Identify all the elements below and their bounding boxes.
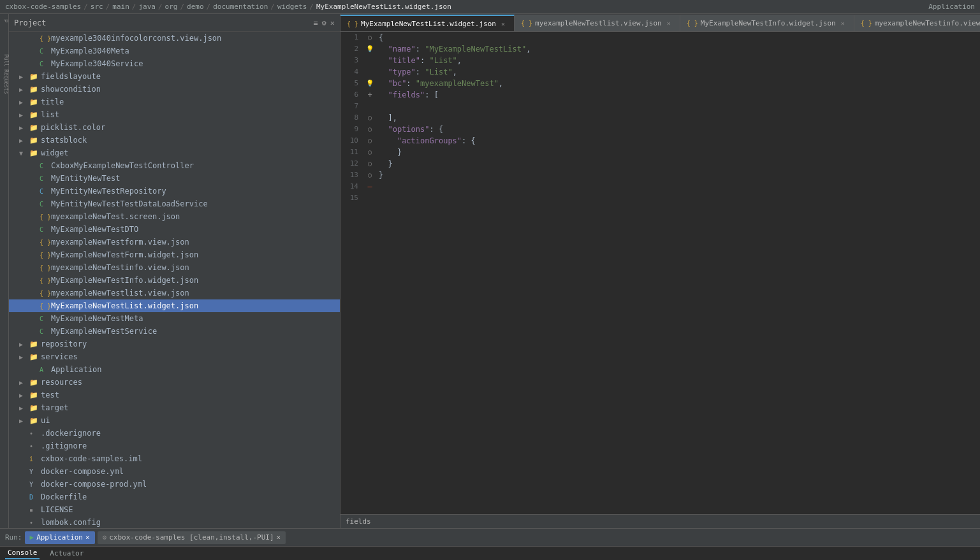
project-tab[interactable]: P xyxy=(0,17,9,25)
tree-label-myexample3040info: myexample3040infocolorconst.view.json xyxy=(51,34,221,43)
tree-item-MyExampleNewTestMeta[interactable]: CMyExampleNewTestMeta xyxy=(9,312,340,325)
breadcrumb-item-3[interactable]: main xyxy=(112,3,129,11)
tree-label-myexampleNewTestinfo_view: myexampleNewTestinfo.view.json xyxy=(51,263,189,272)
tab-close-tab2[interactable]: ✕ xyxy=(664,19,673,28)
line-gutter-1[interactable]: ○ xyxy=(363,32,376,43)
tree-item-myexampleNewTestinfo_view[interactable]: { }myexampleNewTestinfo.view.json xyxy=(9,261,340,274)
tree-item-MyExampleNewTestForm_widget[interactable]: { }MyExampleNewTestForm.widget.json xyxy=(9,248,340,261)
line-content-5[interactable]: "bc": "myexampleNewTest", xyxy=(376,78,980,89)
tree-item-docker_compose_prod[interactable]: Ydocker-compose-prod.yml xyxy=(9,478,340,491)
line-content-2[interactable]: "name": "MyExampleNewTestList", xyxy=(376,43,980,55)
line-gutter-8[interactable]: ○ xyxy=(363,112,376,124)
tab-tab2[interactable]: { }myexampleNewTestlist.view.json✕ xyxy=(515,15,680,31)
tree-icon-ui: 📁 xyxy=(29,416,40,425)
tree-item-showcondition[interactable]: ▶📁showcondition xyxy=(9,83,340,96)
tree-item-LICENSE[interactable]: ▪LICENSE xyxy=(9,503,340,516)
tree-item-MyExampleNewTestList_widget[interactable]: { }MyExampleNewTestList.widget.json xyxy=(9,299,340,312)
actuator-tab[interactable]: Actuator xyxy=(47,548,86,559)
tree-item-MyEntityNewTestRepository[interactable]: CMyEntityNewTestRepository xyxy=(9,185,340,197)
tree-item-myexample3040info[interactable]: { }myexample3040infocolorconst.view.json xyxy=(9,32,340,45)
file-tree: { }myexample3040infocolorconst.view.json… xyxy=(9,32,340,528)
line-content-12[interactable]: } xyxy=(376,158,980,169)
run-build-tab[interactable]: ⚙ cxbox-code-samples [clean,install,-PUI… xyxy=(98,531,286,544)
tree-item-cxbox_iml[interactable]: icxbox-code-samples.iml xyxy=(9,452,340,465)
close-icon[interactable]: ✕ xyxy=(330,18,335,27)
tree-item-picklist_color[interactable]: ▶📁picklist.color xyxy=(9,121,340,134)
tree-item-statsblock[interactable]: ▶📁statsblock xyxy=(9,134,340,147)
console-tab[interactable]: Console xyxy=(5,547,40,559)
breadcrumb-item-7[interactable]: documentation xyxy=(213,3,268,11)
tree-item-myexampleNewTest_screen[interactable]: { }myexampleNewTest.screen.json xyxy=(9,210,340,223)
collapse-all-icon[interactable]: ≡ xyxy=(313,18,318,27)
breadcrumb-item-1[interactable]: cxbox-code-samples xyxy=(5,3,81,11)
line-content-1[interactable]: { xyxy=(376,32,980,43)
line-content-6[interactable]: "fields": [ xyxy=(376,89,980,101)
line-content-3[interactable]: "title": "List", xyxy=(376,55,980,66)
line-number-11: 11 xyxy=(340,147,363,158)
tree-item-title[interactable]: ▶📁title xyxy=(9,96,340,108)
tree-item-resources[interactable]: ▶📁resources xyxy=(9,376,340,389)
tree-item-MyExampleNewTestInfo_widget[interactable]: { }MyExampleNewTestInfo.widget.json xyxy=(9,274,340,287)
settings-icon[interactable]: ⚙ xyxy=(322,18,326,27)
tree-item-Dockerfile[interactable]: DDockerfile xyxy=(9,491,340,503)
tree-label-test: test xyxy=(41,391,59,399)
line-gutter-9[interactable]: ○ xyxy=(363,124,376,135)
tree-item-CxboxMyExampleNewTestController[interactable]: CCxboxMyExampleNewTestController xyxy=(9,159,340,172)
sidebar-header-icons: ≡ ⚙ ✕ xyxy=(313,18,335,27)
tab-tab3[interactable]: { }MyExampleNewTestInfo.widget.json✕ xyxy=(680,15,854,31)
tree-item-docker_compose[interactable]: Ydocker-compose.yml xyxy=(9,465,340,478)
tab-close-tab3[interactable]: ✕ xyxy=(838,19,847,28)
run-build-close[interactable]: × xyxy=(277,533,281,542)
line-gutter-5[interactable]: 💡 xyxy=(363,78,376,89)
breadcrumb-item-2[interactable]: src xyxy=(91,3,103,11)
line-content-4[interactable]: "type": "List", xyxy=(376,66,980,78)
run-app-tab[interactable]: ▶ Application × xyxy=(25,531,95,544)
tree-icon-MyExampleNewTestDTO: C xyxy=(40,225,50,234)
line-gutter-12[interactable]: ○ xyxy=(363,158,376,169)
line-gutter-6[interactable]: + xyxy=(363,89,376,101)
line-content-9[interactable]: "options": { xyxy=(376,124,980,135)
tab-tab1[interactable]: { }MyExampleNewTestList.widget.json✕ xyxy=(340,15,515,31)
tree-item-widget[interactable]: ▼📁widget xyxy=(9,147,340,159)
breadcrumb-item-4[interactable]: java xyxy=(138,3,156,11)
tab-tab4[interactable]: { }myexampleNewTestinfo.view.json✕ xyxy=(854,15,980,31)
fields-hint: fields xyxy=(346,517,371,526)
line-gutter-2[interactable]: 💡 xyxy=(363,43,376,55)
tree-item-repository[interactable]: ▶📁repository xyxy=(9,338,340,350)
tree-item-Application[interactable]: AApplication xyxy=(9,363,340,376)
line-content-10[interactable]: "actionGroups": { xyxy=(376,135,980,147)
pull-requests-tab[interactable]: Pull Requests xyxy=(0,52,9,97)
tree-item-target[interactable]: ▶📁target xyxy=(9,401,340,414)
tree-item-MyExample3040Service[interactable]: CMyExample3040Service xyxy=(9,57,340,70)
tree-item-MyExampleNewTestService[interactable]: CMyExampleNewTestService xyxy=(9,325,340,338)
tree-item-MyExample3040Meta[interactable]: CMyExample3040Meta xyxy=(9,45,340,57)
tree-item-services[interactable]: ▶📁services xyxy=(9,350,340,363)
tree-item-fieldslayoute[interactable]: ▶📁fieldslayoute xyxy=(9,70,340,83)
tree-item-myexamplenewTestform_view[interactable]: { }myexampleNewTestform.view.json xyxy=(9,236,340,248)
breadcrumb-item-6[interactable]: demo xyxy=(187,3,204,11)
tree-icon-MyExampleNewTestForm_widget: { } xyxy=(40,250,50,259)
tree-item-test[interactable]: ▶📁test xyxy=(9,389,340,401)
breadcrumb-item-5[interactable]: org xyxy=(165,3,178,11)
tree-item-gitignore[interactable]: •.gitignore xyxy=(9,440,340,452)
line-gutter-13[interactable]: ○ xyxy=(363,169,376,181)
line-content-8[interactable]: ], xyxy=(376,112,980,124)
sidebar-title: Project xyxy=(14,18,47,27)
line-gutter-14[interactable]: — xyxy=(363,181,376,192)
tree-item-lombok_config[interactable]: •lombok.config xyxy=(9,516,340,528)
breadcrumb-item-8[interactable]: widgets xyxy=(277,3,307,11)
line-content-13[interactable]: } xyxy=(376,169,980,181)
tree-item-MyEntityNewTest[interactable]: CMyEntityNewTest xyxy=(9,172,340,185)
line-gutter-11[interactable]: ○ xyxy=(363,147,376,158)
tree-item-ui[interactable]: ▶📁ui xyxy=(9,414,340,427)
line-content-11[interactable]: } xyxy=(376,147,980,158)
line-gutter-10[interactable]: ○ xyxy=(363,135,376,147)
tree-item-list[interactable]: ▶📁list xyxy=(9,108,340,121)
tree-item-MyEntityNewTestTestDataLoadService[interactable]: CMyEntityNewTestTestDataLoadService xyxy=(9,197,340,210)
tree-item-myexampleNewTestlist_view[interactable]: { }myexampleNewTestlist.view.json xyxy=(9,287,340,299)
tab-close-tab1[interactable]: ✕ xyxy=(499,19,508,28)
code-editor[interactable]: 1○{2💡 "name": "MyExampleNewTestList",3 "… xyxy=(340,32,980,514)
tree-item-MyExampleNewTestDTO[interactable]: CMyExampleNewTestDTO xyxy=(9,223,340,236)
run-app-close[interactable]: × xyxy=(85,533,90,542)
tree-item-dockerignore[interactable]: •.dockerignore xyxy=(9,427,340,440)
